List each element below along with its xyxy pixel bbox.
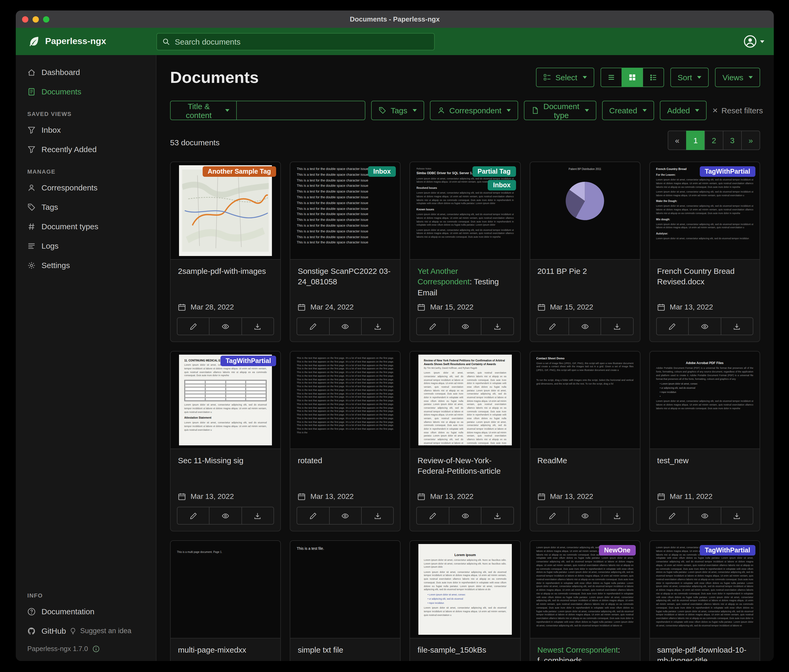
pagination-next-button[interactable]: » bbox=[741, 131, 760, 150]
edit-document-button[interactable] bbox=[536, 507, 569, 525]
global-search[interactable] bbox=[157, 33, 434, 50]
document-thumbnail[interactable]: Patient BP Distribution 2011 bbox=[530, 162, 640, 260]
download-document-button[interactable] bbox=[601, 507, 634, 525]
download-document-button[interactable] bbox=[481, 507, 514, 525]
view-document-button[interactable] bbox=[569, 317, 601, 335]
document-title[interactable]: 2sample-pdf-with-images bbox=[171, 260, 280, 290]
document-card[interactable]: Patient BP Distribution 2011 2011 BP Pie… bbox=[529, 162, 640, 342]
document-correspondent[interactable]: Yet Another Correspondent bbox=[418, 266, 470, 286]
document-card[interactable]: Review of New York Federal Petitions for… bbox=[410, 351, 521, 532]
document-title[interactable]: simple txt file bbox=[290, 639, 400, 661]
tag-badge[interactable]: Inbox bbox=[488, 180, 516, 190]
filter-text-input[interactable] bbox=[236, 101, 365, 120]
sidebar-item-correspondents[interactable]: Correspondents bbox=[16, 178, 156, 197]
pagination-page-button[interactable]: 1 bbox=[686, 131, 705, 150]
sidebar-item-document-types[interactable]: Document types bbox=[16, 217, 156, 236]
document-thumbnail[interactable]: Lorem ipsum dolor sit amet, consectetur … bbox=[530, 541, 640, 639]
view-list-button[interactable] bbox=[600, 68, 622, 87]
document-card[interactable]: Another Sample Tag 2sample-pdf-with-imag… bbox=[170, 162, 281, 342]
download-document-button[interactable] bbox=[241, 317, 274, 335]
document-title[interactable]: sample-pdf-download-10-mb-longer-title bbox=[650, 639, 760, 661]
download-document-button[interactable] bbox=[720, 317, 753, 335]
pagination-prev-button[interactable]: « bbox=[668, 131, 687, 150]
view-details-button[interactable] bbox=[642, 68, 664, 87]
filter-added-button[interactable]: Added bbox=[660, 101, 707, 120]
document-thumbnail[interactable]: Lorem ipsumLorem ipsum dolor sit amet, c… bbox=[410, 541, 520, 639]
document-thumbnail[interactable]: Lorem ipsum dolor sit amet, consectetur … bbox=[650, 541, 760, 639]
sidebar-item-settings[interactable]: Settings bbox=[16, 255, 156, 275]
document-title[interactable]: Sonstige ScanPC2022 03-24_081058 bbox=[290, 260, 400, 290]
view-document-button[interactable] bbox=[688, 507, 721, 525]
sort-button[interactable]: Sort bbox=[670, 68, 709, 87]
sidebar-item-suggest-idea[interactable]: Suggest an idea bbox=[69, 627, 131, 635]
pagination-page-button[interactable]: 2 bbox=[704, 131, 724, 150]
document-card[interactable]: Lorem ipsum dolor sit amet, consectetur … bbox=[529, 540, 640, 661]
edit-document-button[interactable] bbox=[417, 507, 449, 525]
document-title[interactable]: Newest Correspondent: f_combineds bbox=[530, 639, 640, 661]
edit-document-button[interactable] bbox=[297, 317, 329, 335]
document-thumbnail[interactable]: French Country BreadFor the Leaven:Lorem… bbox=[650, 162, 760, 260]
document-title[interactable]: Sec 11-Missing sig bbox=[171, 449, 280, 479]
document-card[interactable]: This is a test file. simple txt file bbox=[290, 540, 401, 661]
view-document-button[interactable] bbox=[449, 507, 482, 525]
download-document-button[interactable] bbox=[361, 507, 394, 525]
document-card[interactable]: Lorem ipsum dolor sit amet, consectetur … bbox=[649, 540, 760, 661]
tag-badge[interactable]: TagWithPartial bbox=[700, 166, 755, 177]
pagination-page-button[interactable]: 3 bbox=[723, 131, 742, 150]
download-document-button[interactable] bbox=[481, 317, 514, 335]
document-card[interactable]: This is a multi page document. Page 1. m… bbox=[170, 540, 281, 661]
document-title[interactable]: file-sample_150kBs bbox=[410, 639, 520, 661]
view-document-button[interactable] bbox=[209, 507, 242, 525]
download-document-button[interactable] bbox=[720, 507, 753, 525]
view-document-button[interactable] bbox=[209, 317, 242, 335]
document-thumbnail[interactable]: Release NotesSimba ODBC Driver for SQL S… bbox=[410, 162, 520, 260]
app-brand[interactable]: Paperless-ngx bbox=[28, 36, 157, 47]
document-thumbnail[interactable]: This is a multi page document. Page 1. bbox=[171, 541, 280, 639]
document-card[interactable]: Release NotesSimba ODBC Driver for SQL S… bbox=[410, 162, 521, 342]
sidebar-item-tags[interactable]: Tags bbox=[16, 197, 156, 217]
sidebar-item-recently-added[interactable]: Recently Added bbox=[16, 140, 156, 159]
views-button[interactable]: Views bbox=[715, 68, 760, 87]
document-thumbnail[interactable]: Contact Sheet DemoGiven a set of image f… bbox=[530, 352, 640, 449]
document-thumbnail[interactable]: This is the text that appears on the fir… bbox=[290, 352, 400, 449]
document-title[interactable]: 2011 BP Pie 2 bbox=[530, 260, 640, 290]
document-card[interactable]: 11. CONTINUING MEDICAL EDUCATIONLorem ip… bbox=[170, 351, 281, 532]
edit-document-button[interactable] bbox=[656, 507, 689, 525]
edit-document-button[interactable] bbox=[417, 317, 449, 335]
document-thumbnail[interactable]: This is a test file. bbox=[290, 541, 400, 639]
select-button[interactable]: Select bbox=[536, 68, 594, 87]
filter-document-type-button[interactable]: Document type bbox=[524, 101, 596, 120]
tag-badge[interactable]: Partial Tag bbox=[472, 166, 516, 177]
edit-document-button[interactable] bbox=[656, 317, 689, 335]
sidebar-item-github[interactable]: GitHub bbox=[16, 621, 69, 640]
document-card[interactable]: Lorem ipsumLorem ipsum dolor sit amet, c… bbox=[410, 540, 521, 661]
view-document-button[interactable] bbox=[688, 317, 721, 335]
document-thumbnail[interactable]: This is a test for the double space char… bbox=[290, 162, 400, 260]
window-zoom-button[interactable] bbox=[43, 16, 50, 22]
document-title[interactable]: test_new bbox=[650, 449, 760, 479]
document-thumbnail[interactable]: Another Sample Tag bbox=[171, 162, 280, 260]
document-card[interactable]: Adobe Acrobat PDF FilesAdobe Portable Do… bbox=[649, 351, 760, 532]
sidebar-item-documents[interactable]: Documents bbox=[16, 82, 156, 101]
sidebar-item-documentation[interactable]: Documentation bbox=[16, 602, 156, 621]
sidebar-item-logs[interactable]: Logs bbox=[16, 236, 156, 255]
document-title[interactable]: rotated bbox=[290, 449, 400, 479]
download-document-button[interactable] bbox=[361, 317, 394, 335]
info-icon[interactable] bbox=[92, 645, 99, 652]
tag-badge[interactable]: TagWithPartial bbox=[220, 356, 276, 366]
edit-document-button[interactable] bbox=[536, 317, 569, 335]
reset-filters-button[interactable]: × Reset filters bbox=[712, 106, 763, 115]
document-thumbnail[interactable]: Review of New York Federal Petitions for… bbox=[410, 352, 520, 449]
edit-document-button[interactable] bbox=[177, 507, 210, 525]
filter-correspondent-button[interactable]: Correspondent bbox=[430, 101, 518, 120]
edit-document-button[interactable] bbox=[297, 507, 329, 525]
window-minimize-button[interactable] bbox=[32, 16, 39, 22]
filter-tags-button[interactable]: Tags bbox=[371, 101, 424, 120]
user-menu[interactable] bbox=[743, 35, 764, 48]
download-document-button[interactable] bbox=[241, 507, 274, 525]
document-thumbnail[interactable]: Adobe Acrobat PDF FilesAdobe Portable Do… bbox=[650, 352, 760, 449]
tag-badge[interactable]: Another Sample Tag bbox=[202, 166, 276, 177]
sidebar-item-inbox[interactable]: Inbox bbox=[16, 120, 156, 140]
search-input[interactable] bbox=[175, 37, 429, 46]
document-title[interactable]: ReadMe bbox=[530, 449, 640, 479]
